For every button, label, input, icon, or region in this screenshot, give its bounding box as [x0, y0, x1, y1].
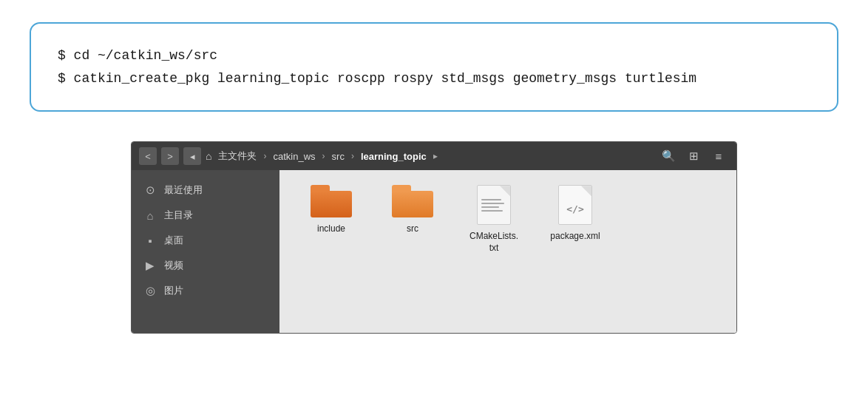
toolbar-right: 🔍 ⊞ ≡	[658, 147, 729, 165]
sidebar-item-home[interactable]: ⌂ 主目录	[132, 203, 279, 228]
file-package-xml[interactable]: </> package.xml	[546, 185, 605, 243]
file-cmakelists[interactable]: CMakeLists.txt	[464, 185, 523, 254]
terminal-line-2: $ catkin_create_pkg learning_topic roscp…	[58, 67, 810, 90]
sidebar-label-home: 主目录	[164, 209, 193, 222]
breadcrumb: ⌂ 主文件夹 › catkin_ws › src › learning_topi…	[206, 148, 654, 164]
menu-button[interactable]: ≡	[708, 147, 729, 165]
sidebar-item-pictures[interactable]: ◎ 图片	[132, 278, 279, 303]
breadcrumb-learning-topic[interactable]: learning_topic	[357, 149, 430, 163]
xml-label: </>	[566, 203, 583, 215]
back-button[interactable]: <	[139, 147, 157, 165]
breadcrumb-home[interactable]: 主文件夹	[214, 148, 260, 164]
grid-view-button[interactable]: ⊞	[683, 147, 704, 165]
folder-include-icon	[311, 185, 352, 217]
breadcrumb-catkin[interactable]: catkin_ws	[269, 149, 319, 163]
sidebar-label-video: 视频	[164, 259, 183, 272]
file-include-label: include	[317, 223, 345, 235]
file-package-xml-label: package.xml	[550, 231, 600, 243]
folder-src-icon	[392, 185, 433, 217]
sidebar-item-recent[interactable]: ⊙ 最近使用	[132, 178, 279, 203]
file-manager: < > ◂ ⌂ 主文件夹 › catkin_ws › src › learnin…	[131, 141, 737, 334]
home-sidebar-icon: ⌂	[143, 209, 157, 222]
fm-sidebar: ⊙ 最近使用 ⌂ 主目录 ▪ 桌面 ▶ 视频 ◎ 图片	[132, 170, 279, 333]
cmakelists-icon	[477, 185, 511, 225]
package-xml-icon: </>	[558, 185, 592, 225]
sidebar-item-video[interactable]: ▶ 视频	[132, 253, 279, 278]
sidebar-label-pictures: 图片	[164, 284, 183, 297]
file-cmakelists-label: CMakeLists.txt	[469, 231, 518, 254]
sidebar-item-desktop[interactable]: ▪ 桌面	[132, 228, 279, 253]
desktop-icon: ▪	[143, 234, 157, 247]
breadcrumb-sep-4: ▸	[433, 151, 438, 161]
file-src-label: src	[407, 223, 418, 235]
fm-content: include src	[279, 170, 736, 333]
breadcrumb-src[interactable]: src	[328, 149, 348, 163]
sidebar-label-recent: 最近使用	[164, 183, 203, 197]
grid-icon: ⊞	[689, 149, 699, 163]
file-src[interactable]: src	[383, 185, 442, 235]
terminal-line-1: $ cd ~/catkin_ws/src	[58, 44, 810, 67]
search-button[interactable]: 🔍	[658, 147, 679, 165]
breadcrumb-sep-2: ›	[322, 151, 325, 161]
pictures-icon: ◎	[143, 284, 157, 297]
up-button[interactable]: ◂	[183, 147, 201, 165]
file-include[interactable]: include	[302, 185, 361, 235]
breadcrumb-sep-3: ›	[351, 151, 354, 161]
video-icon: ▶	[143, 259, 157, 272]
sidebar-label-desktop: 桌面	[164, 234, 183, 247]
search-icon: 🔍	[662, 149, 676, 163]
terminal-box: $ cd ~/catkin_ws/src $ catkin_create_pkg…	[30, 22, 838, 112]
recent-icon: ⊙	[143, 183, 157, 197]
forward-button[interactable]: >	[161, 147, 179, 165]
fm-main: ⊙ 最近使用 ⌂ 主目录 ▪ 桌面 ▶ 视频 ◎ 图片	[132, 170, 736, 333]
fm-toolbar: < > ◂ ⌂ 主文件夹 › catkin_ws › src › learnin…	[132, 142, 736, 170]
menu-icon: ≡	[716, 150, 722, 163]
home-icon: ⌂	[206, 150, 211, 162]
breadcrumb-sep-1: ›	[263, 151, 266, 161]
